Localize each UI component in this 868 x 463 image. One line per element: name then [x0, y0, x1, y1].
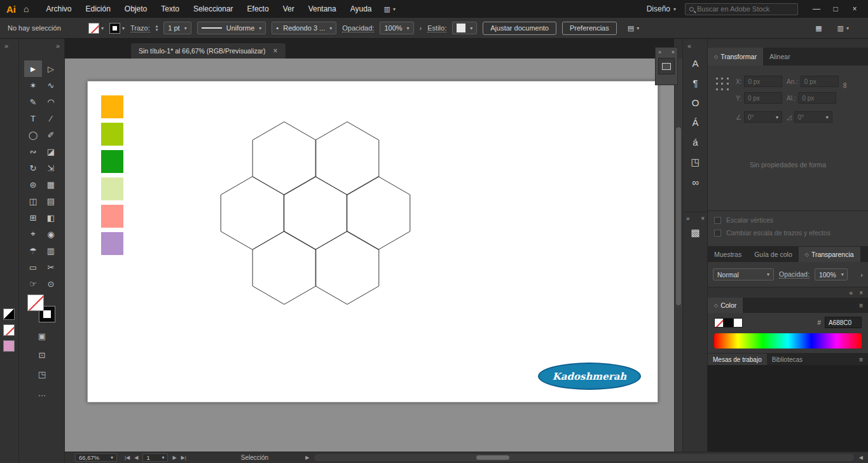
zoom-tool[interactable]: ⊙ [42, 275, 60, 292]
opacity-expand-chevron[interactable]: › [420, 24, 422, 32]
more-options-icon[interactable]: … [38, 389, 46, 398]
tab-alinear[interactable]: Alinear [763, 48, 797, 66]
home-icon[interactable]: ⌂ [24, 4, 29, 14]
stroke-label[interactable]: Trazo: [130, 24, 150, 32]
menu-item-2[interactable]: Objeto [118, 0, 154, 18]
horizontal-scrollbar-thumb[interactable] [476, 455, 509, 460]
x-field[interactable]: X: 0 px [736, 76, 782, 87]
expand-tools-chevrons[interactable]: » [56, 42, 59, 50]
direct-selection-tool[interactable]: ▷ [42, 60, 60, 77]
hexagon-shape[interactable] [221, 177, 284, 250]
symbol-sprayer-tool[interactable]: ☂ [24, 242, 42, 259]
hexagon-shape[interactable] [315, 232, 379, 305]
color-panel-menu-icon[interactable]: ≡ [854, 298, 868, 313]
menu-item-3[interactable]: Texto [154, 0, 186, 18]
preferences-button[interactable]: Preferencias [562, 22, 617, 35]
fill-color-control[interactable]: ▾ [88, 23, 104, 34]
glyphs-panel-icon[interactable]: Á [692, 117, 698, 128]
dock-grid-icon[interactable]: ▦ [815, 24, 822, 32]
black-color-swatch[interactable] [724, 318, 733, 328]
stroke-width-select[interactable]: 1 pt ▾ [163, 22, 191, 34]
shape-builder-tool[interactable]: ◫ [24, 193, 42, 209]
close-document-icon[interactable]: × [273, 46, 278, 55]
stroke-width-stepper[interactable]: ▴ ▾ [156, 24, 158, 32]
tab-color[interactable]: ◇ Color [708, 298, 743, 313]
perspective-grid-tool[interactable]: ▤ [42, 193, 60, 209]
width-tool[interactable]: ⊜ [24, 176, 42, 193]
menu-item-1[interactable]: Edición [78, 0, 117, 18]
panel-arrange-button[interactable]: ▥ ▾ [832, 24, 854, 32]
reference-point-locator[interactable] [714, 76, 731, 92]
mesh-tool[interactable]: ⊞ [24, 209, 42, 226]
opacity-label[interactable]: Opacidad: [342, 24, 374, 32]
type-tool[interactable]: T [24, 110, 42, 127]
stroke-color-control[interactable]: ▾ [109, 23, 125, 34]
hexagon-shape[interactable] [315, 122, 379, 195]
scale-tool[interactable]: ⇲ [42, 160, 60, 176]
style-label[interactable]: Estilo: [427, 24, 446, 32]
tab-mesas-de-trabajo[interactable]: Mesas de trabajo [708, 354, 767, 365]
constrain-proportions-icon[interactable]: ∞ [841, 83, 850, 88]
graphic-style-select[interactable]: ▾ [452, 22, 477, 34]
menu-item-6[interactable]: Ver [276, 0, 301, 18]
links-panel-icon[interactable]: ∞ [692, 177, 699, 188]
expand-rail-chevrons[interactable]: « [687, 42, 691, 50]
appearance-panel-icon[interactable]: ▩ [691, 227, 699, 238]
rotate-field[interactable]: ∠ 0° ▾ [736, 111, 782, 123]
canvas-area[interactable]: Kadoshmerah [65, 59, 674, 452]
document-tab[interactable]: Sin título-1* al 66,67% (RGB/Previsualiz… [131, 43, 286, 59]
tab-bibliotecas[interactable]: Bibliotecas [767, 354, 808, 365]
hexagon-shape[interactable] [347, 177, 410, 250]
close-panel-icon[interactable]: × [672, 49, 675, 55]
stroke-profile-select[interactable]: Uniforme ▾ [197, 22, 266, 34]
first-artboard-icon[interactable]: |◀ [125, 455, 130, 460]
close-group-icon[interactable]: × [701, 215, 705, 222]
search-input[interactable] [697, 5, 789, 13]
draw-normal-mode-icon[interactable]: ▣ [38, 331, 46, 341]
transparency-opacity-label[interactable]: Opacidad: [779, 270, 809, 279]
opacity-select[interactable]: 100% ▾ [380, 22, 413, 34]
maximize-button[interactable]: □ [826, 0, 845, 18]
draw-behind-mode-icon[interactable]: ⊡ [39, 350, 46, 360]
collapsed-none-swatch[interactable] [3, 324, 15, 336]
minimize-button[interactable]: — [807, 0, 826, 18]
illustrator-logo[interactable]: Ai [6, 4, 16, 15]
scale-corners-checkbox[interactable]: Escalar vértices [714, 216, 862, 224]
collapsed-artboards-panel-button[interactable] [658, 58, 675, 74]
fill-stroke-indicator[interactable] [27, 294, 55, 322]
tab-muestras[interactable]: Muestras [708, 247, 748, 262]
vertical-scrollbar[interactable] [674, 59, 682, 452]
collapse-color-chevrons[interactable]: « [850, 289, 853, 296]
tab-guia-de-color[interactable]: Guía de colo [748, 247, 799, 262]
menu-item-4[interactable]: Seleccionar [186, 0, 240, 18]
hex-input[interactable] [825, 317, 862, 328]
close-color-icon[interactable]: × [859, 289, 863, 296]
character-styles-panel-icon[interactable]: á [692, 137, 698, 148]
hexagon-shape[interactable] [252, 122, 316, 195]
workspace-switcher[interactable]: Diseño ▾ [647, 4, 676, 13]
export-panel-icon[interactable]: ◳ [691, 156, 699, 168]
pen-tool[interactable]: ✎ [24, 93, 42, 110]
status-expand-icon[interactable]: ▶ [305, 455, 309, 460]
height-field[interactable]: Al.: 0 px [787, 92, 836, 104]
menu-item-7[interactable]: Ventana [301, 0, 343, 18]
white-color-swatch[interactable] [733, 318, 743, 328]
shaper-tool[interactable]: ∾ [24, 143, 42, 160]
scroll-left-icon[interactable]: ◀ [859, 455, 863, 460]
blend-tool[interactable]: ◉ [42, 226, 60, 242]
hand-tool[interactable]: ☞ [24, 275, 42, 292]
prev-artboard-icon[interactable]: ◀ [134, 455, 138, 460]
artboard-tool[interactable]: ▭ [24, 259, 42, 275]
character-panel-icon[interactable]: A [692, 58, 698, 69]
scale-strokes-checkbox[interactable]: Cambiar escala de trazos y efectos [714, 229, 862, 237]
fit-document-button[interactable]: Ajustar documento [483, 22, 556, 35]
eraser-tool[interactable]: ◪ [42, 143, 60, 160]
opentype-panel-icon[interactable]: O [692, 97, 699, 108]
width-field[interactable]: An.: 0 px [787, 76, 839, 87]
tab-transparencia[interactable]: ◇ Transparencia [799, 247, 860, 262]
menu-item-8[interactable]: Ayuda [343, 0, 379, 18]
y-field[interactable]: Y: 0 px [736, 92, 782, 104]
last-artboard-icon[interactable]: ▶| [181, 455, 186, 460]
expand-group-chevrons[interactable]: » [686, 215, 690, 222]
tab-transformar[interactable]: ◇ Transformar [708, 48, 763, 66]
